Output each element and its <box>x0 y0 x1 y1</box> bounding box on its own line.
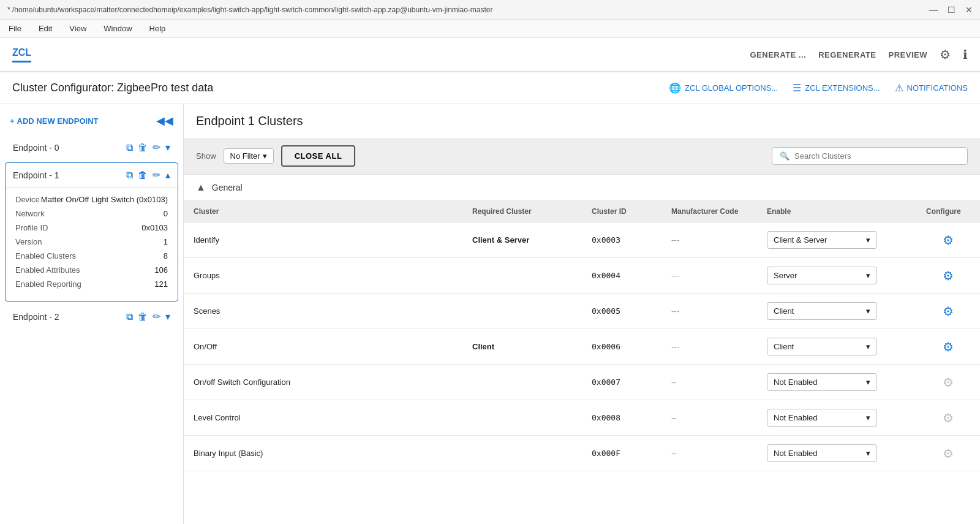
cluster-table-body: Identify Client & Server 0x0003 --- Clie… <box>184 222 980 471</box>
endpoint-expand-icon-0[interactable]: ▾ <box>165 142 170 153</box>
tab-zcl[interactable]: ZCL <box>12 47 31 63</box>
cell-required-4 <box>462 365 582 400</box>
generate-button[interactable]: GENERATE ... <box>750 50 806 59</box>
enable-chevron-icon-3: ▾ <box>866 342 870 351</box>
table-row: On/Off Client 0x0006 --- Client ▾ ⚙ <box>184 329 980 365</box>
close-button[interactable]: ✕ <box>965 5 973 15</box>
cell-enable-4: Not Enabled ▾ <box>757 365 916 400</box>
endpoint-actions-1: ⧉ 🗑 ✏ ▴ <box>126 169 170 181</box>
sidebar: + ADD NEW ENDPOINT ◀◀ Endpoint - 0 ⧉ 🗑 ✏… <box>0 104 184 524</box>
enable-chevron-icon-6: ▾ <box>866 449 870 458</box>
endpoint-delete-icon-0[interactable]: 🗑 <box>138 142 148 153</box>
configure-gear-icon-4: ⚙ <box>943 376 954 389</box>
th-enable: Enable <box>757 201 916 222</box>
title-bar-controls[interactable]: — ☐ ✕ <box>929 5 973 15</box>
table-row: On/off Switch Configuration 0x0007 -- No… <box>184 365 980 400</box>
cell-clusterid-5: 0x0008 <box>582 400 662 436</box>
page-header: Cluster Configurator: ZigbeePro test dat… <box>0 72 980 104</box>
regenerate-button[interactable]: REGENERATE <box>818 50 876 59</box>
enable-value-1: Server <box>774 271 797 280</box>
filters-left: Show No Filter ▾ CLOSE ALL <box>196 145 355 167</box>
mfr-code-text-2: --- <box>671 306 679 316</box>
cell-mfrcode-1: --- <box>662 258 757 294</box>
search-box[interactable]: 🔍 <box>772 147 968 165</box>
zcl-global-options-label: ZCL GLOBAL OPTIONS... <box>685 83 778 93</box>
enable-chevron-icon-0: ▾ <box>866 235 870 245</box>
search-input[interactable] <box>794 151 960 161</box>
enable-dropdown-2[interactable]: Client ▾ <box>767 302 877 320</box>
close-all-button[interactable]: CLOSE ALL <box>281 145 356 167</box>
cell-required-5 <box>462 400 582 436</box>
endpoint-edit-icon-1[interactable]: ✏ <box>153 169 160 181</box>
endpoint-delete-icon-1[interactable]: 🗑 <box>138 170 148 181</box>
add-endpoint-button[interactable]: + ADD NEW ENDPOINT <box>10 116 98 126</box>
preview-button[interactable]: PREVIEW <box>889 50 927 59</box>
enable-dropdown-1[interactable]: Server ▾ <box>767 267 877 284</box>
cell-mfrcode-2: --- <box>662 294 757 329</box>
alert-icon[interactable]: ℹ <box>963 47 968 62</box>
endpoint-row-2[interactable]: Endpoint - 2 ⧉ 🗑 ✏ ▾ <box>6 305 178 328</box>
menu-view[interactable]: View <box>66 24 90 33</box>
endpoint-delete-icon-2[interactable]: 🗑 <box>138 311 148 322</box>
endpoint-edit-icon-0[interactable]: ✏ <box>153 142 160 153</box>
cell-required-0: Client & Server <box>462 222 582 258</box>
cell-required-3: Client <box>462 329 582 365</box>
required-cluster-text-0: Client & Server <box>472 235 529 245</box>
back-button[interactable]: ◀◀ <box>156 114 173 127</box>
main-layout: + ADD NEW ENDPOINT ◀◀ Endpoint - 0 ⧉ 🗑 ✏… <box>0 104 980 524</box>
configure-gear-icon-1[interactable]: ⚙ <box>943 269 954 283</box>
detail-value-version: 1 <box>164 237 168 246</box>
enable-dropdown-5[interactable]: Not Enabled ▾ <box>767 409 877 427</box>
minimize-button[interactable]: — <box>929 5 938 15</box>
filter-dropdown[interactable]: No Filter ▾ <box>224 148 274 164</box>
detail-network: Network 0 <box>15 207 168 221</box>
menu-file[interactable]: File <box>5 24 25 33</box>
filter-chevron-icon: ▾ <box>263 151 267 161</box>
detail-value-device: Matter On/Off Light Switch (0x0103) <box>41 195 168 204</box>
cell-mfrcode-0: --- <box>662 222 757 258</box>
configure-gear-icon-0[interactable]: ⚙ <box>943 234 954 247</box>
toolbar: ZCL GENERATE ... REGENERATE PREVIEW ⚙ ℹ <box>0 38 980 72</box>
detail-profileid: Profile ID 0x0103 <box>15 221 168 235</box>
menu-help[interactable]: Help <box>146 24 170 33</box>
endpoint-copy-icon-1[interactable]: ⧉ <box>126 170 133 181</box>
endpoint-row-1[interactable]: Endpoint - 1 ⧉ 🗑 ✏ ▴ <box>6 163 178 187</box>
cell-enable-0: Client & Server ▾ <box>757 222 916 258</box>
menu-edit[interactable]: Edit <box>35 24 56 33</box>
endpoint-label-0: Endpoint - 0 <box>13 143 59 153</box>
endpoint-copy-icon-2[interactable]: ⧉ <box>126 311 133 322</box>
endpoint-row-0[interactable]: Endpoint - 0 ⧉ 🗑 ✏ ▾ <box>6 135 178 159</box>
section-header-general[interactable]: ▲ General <box>184 175 980 201</box>
endpoint-edit-icon-2[interactable]: ✏ <box>153 311 160 322</box>
enable-value-5: Not Enabled <box>774 413 818 422</box>
endpoint-expand-icon-2[interactable]: ▾ <box>165 311 170 322</box>
maximize-button[interactable]: ☐ <box>948 5 956 15</box>
endpoint-copy-icon-0[interactable]: ⧉ <box>126 142 133 153</box>
cell-enable-2: Client ▾ <box>757 294 916 329</box>
filter-value: No Filter <box>230 151 260 161</box>
zcl-extensions-button[interactable]: ☰ ZCL EXTENSIONS... <box>793 82 880 94</box>
enable-dropdown-3[interactable]: Client ▾ <box>767 338 877 355</box>
cluster-id-text-6: 0x000F <box>592 449 620 458</box>
list-icon: ☰ <box>793 82 801 94</box>
enable-dropdown-0[interactable]: Client & Server ▾ <box>767 231 877 249</box>
endpoint-expand-icon-1[interactable]: ▴ <box>165 169 170 181</box>
configure-gear-icon-6: ⚙ <box>943 447 954 460</box>
menu-window[interactable]: Window <box>100 24 135 33</box>
enable-dropdown-6[interactable]: Not Enabled ▾ <box>767 444 877 462</box>
mfr-code-text-0: --- <box>671 235 679 245</box>
notifications-button[interactable]: ⚠ NOTIFICATIONS <box>895 82 968 94</box>
configure-gear-icon-3[interactable]: ⚙ <box>943 340 954 354</box>
settings-icon[interactable]: ⚙ <box>940 47 951 62</box>
cluster-name-text-6: Binary Input (Basic) <box>194 449 263 458</box>
cell-configure-6: ⚙ <box>916 436 980 471</box>
configure-gear-icon-5: ⚙ <box>943 411 954 425</box>
cell-clusterid-4: 0x0007 <box>582 365 662 400</box>
cluster-table: Cluster Required Cluster Cluster ID Manu… <box>184 201 980 471</box>
filters-bar: Show No Filter ▾ CLOSE ALL 🔍 <box>184 138 980 175</box>
configure-gear-icon-2[interactable]: ⚙ <box>943 305 954 318</box>
cluster-name-text-0: Identify <box>194 235 219 245</box>
cell-enable-5: Not Enabled ▾ <box>757 400 916 436</box>
zcl-global-options-button[interactable]: 🌐 ZCL GLOBAL OPTIONS... <box>669 82 778 94</box>
enable-dropdown-4[interactable]: Not Enabled ▾ <box>767 373 877 391</box>
